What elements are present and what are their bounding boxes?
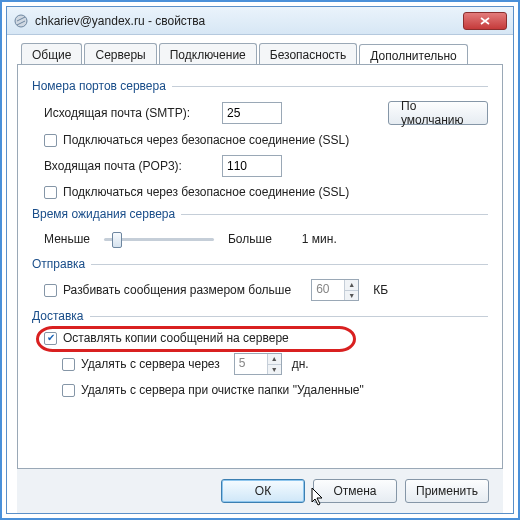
apply-button[interactable]: Применить [405,479,489,503]
app-icon [13,13,29,29]
button-label: По умолчанию [401,99,475,127]
smtp-label: Исходящая почта (SMTP): [44,106,222,120]
split-label: Разбивать сообщения размером больше [63,283,291,297]
tab-security[interactable]: Безопасность [259,43,358,65]
timeout-more-label: Больше [228,232,272,246]
remove-after-spinner[interactable]: 5 ▲▼ [234,353,282,375]
tab-advanced[interactable]: Дополнительно [359,44,467,66]
close-button[interactable] [463,12,507,30]
split-checkbox[interactable] [44,284,57,297]
tab-strip: Общие Серверы Подключение Безопасность Д… [17,43,503,65]
properties-window: chkariev@yandex.ru - свойства Общие Серв… [6,6,514,514]
remove-after-checkbox[interactable] [62,358,75,371]
tab-label: Подключение [170,48,246,62]
group-title: Доставка [32,309,84,323]
divider [181,214,488,215]
split-size-spinner[interactable]: 60 ▲▼ [311,279,359,301]
divider [91,264,488,265]
tab-general[interactable]: Общие [21,43,82,65]
group-header-sending: Отправка [32,257,488,271]
timeout-slider[interactable] [104,229,214,249]
window-title: chkariev@yandex.ru - свойства [35,14,463,28]
tab-servers[interactable]: Серверы [84,43,156,65]
leave-copies-checkbox[interactable] [44,332,57,345]
remove-after-label: Удалять с сервера через [81,357,220,371]
tab-panel-advanced: Номера портов сервера Исходящая почта (S… [17,64,503,469]
tab-label: Общие [32,48,71,62]
smtp-port-input[interactable] [222,102,282,124]
button-label: Применить [416,484,478,498]
group-header-ports: Номера портов сервера [32,79,488,93]
group-header-delivery: Доставка [32,309,488,323]
group-title: Номера портов сервера [32,79,166,93]
group-header-timeout: Время ожидания сервера [32,207,488,221]
spinner-value: 5 [235,354,267,374]
pop3-ssl-label: Подключаться через безопасное соединение… [63,185,349,199]
chevron-up-icon[interactable]: ▲ [345,280,358,290]
pop3-port-input[interactable] [222,155,282,177]
timeout-less-label: Меньше [44,232,90,246]
split-unit: КБ [373,283,388,297]
tab-label: Серверы [95,48,145,62]
chevron-down-icon[interactable]: ▼ [268,364,281,375]
timeout-value: 1 мин. [302,232,337,246]
button-label: ОК [255,484,271,498]
button-label: Отмена [333,484,376,498]
chevron-up-icon[interactable]: ▲ [268,354,281,364]
dialog-footer: ОК Отмена Применить [17,469,503,513]
remove-on-purge-checkbox[interactable] [62,384,75,397]
titlebar[interactable]: chkariev@yandex.ru - свойства [7,7,513,35]
tab-label: Безопасность [270,48,347,62]
leave-copies-label: Оставлять копии сообщений на сервере [63,331,289,345]
svg-point-0 [15,15,27,27]
cancel-button[interactable]: Отмена [313,479,397,503]
tab-label: Дополнительно [370,49,456,63]
smtp-ssl-checkbox[interactable] [44,134,57,147]
slider-thumb[interactable] [112,232,122,248]
spinner-value: 60 [312,280,344,300]
smtp-ssl-label: Подключаться через безопасное соединение… [63,133,349,147]
remove-on-purge-label: Удалять с сервера при очистке папки "Уда… [81,383,364,397]
divider [172,86,488,87]
defaults-button[interactable]: По умолчанию [388,101,488,125]
divider [90,316,488,317]
group-title: Отправка [32,257,85,271]
chevron-down-icon[interactable]: ▼ [345,290,358,301]
tab-connection[interactable]: Подключение [159,43,257,65]
group-title: Время ожидания сервера [32,207,175,221]
remove-after-unit: дн. [292,357,309,371]
ok-button[interactable]: ОК [221,479,305,503]
pop3-ssl-checkbox[interactable] [44,186,57,199]
pop3-label: Входящая почта (POP3): [44,159,222,173]
